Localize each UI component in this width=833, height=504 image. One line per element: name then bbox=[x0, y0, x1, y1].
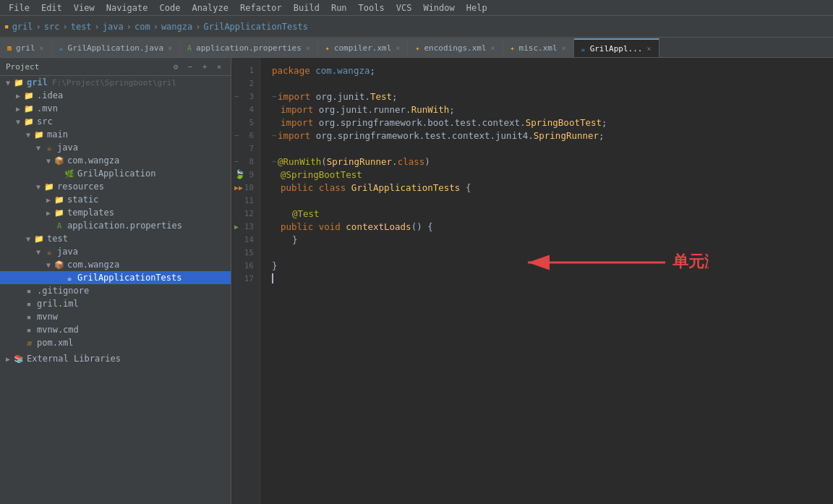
menu-build[interactable]: Build bbox=[288, 0, 325, 15]
line-num-5: 5 bbox=[231, 116, 260, 129]
tree-arrow-mvn[interactable]: ▶ bbox=[13, 105, 23, 113]
code-line-10: public class GrilApplicationTests { bbox=[272, 181, 821, 194]
kw-import-3: import bbox=[278, 91, 310, 102]
tree-arrow-test[interactable]: ▼ bbox=[23, 235, 33, 243]
menu-view[interactable]: View bbox=[68, 0, 101, 15]
tree-item-gril[interactable]: ▼ 📁 gril F:\Project\Springboot\gril bbox=[0, 76, 231, 89]
tree-item-resources[interactable]: ▼ 📁 resources bbox=[0, 180, 231, 193]
sidebar-close-btn[interactable]: × bbox=[213, 61, 225, 72]
tree-item-java[interactable]: ▼ ☕ java bbox=[0, 141, 231, 154]
tree-item-com-wangza[interactable]: ▼ 📦 com.wangza bbox=[0, 154, 231, 167]
tree-item-gitignore[interactable]: ▶ ▪ .gitignore bbox=[0, 284, 231, 297]
tree-item-templates[interactable]: ▶ 📁 templates bbox=[0, 206, 231, 219]
tree-item-external-libs[interactable]: ▶ 📚 External Libraries bbox=[0, 352, 231, 365]
tab-misc-xml[interactable]: ✦ misc.xml × bbox=[503, 38, 574, 57]
menu-vcs[interactable]: VCS bbox=[390, 0, 418, 15]
tab-close-appprops[interactable]: × bbox=[306, 44, 310, 52]
tab-close-grilapplication[interactable]: × bbox=[168, 44, 172, 52]
tab-encodings-xml[interactable]: ✦ encodings.xml × bbox=[408, 38, 503, 57]
tree-label-test-java: java bbox=[57, 247, 78, 257]
menu-code[interactable]: Code bbox=[154, 0, 187, 15]
editor[interactable]: 1 2 −3 4 5 −6 7 −8 🍃9 ▶▶10 11 12 ▶13 14 … bbox=[231, 58, 833, 504]
tree-arrow-resources[interactable]: ▼ bbox=[33, 183, 43, 191]
import-path-3: org.junit. bbox=[316, 91, 370, 102]
menu-help[interactable]: Help bbox=[461, 0, 493, 15]
semi1: ; bbox=[369, 65, 375, 76]
menu-run[interactable]: Run bbox=[325, 0, 353, 15]
tree-arrow-main[interactable]: ▼ bbox=[23, 131, 33, 139]
line-num-12: 12 bbox=[231, 207, 260, 220]
toolbar-breadcrumb: ▪ gril › src › test › java › com › wangz… bbox=[4, 22, 308, 32]
tab-close-tests[interactable]: × bbox=[646, 45, 651, 53]
tree-arrow-static[interactable]: ▶ bbox=[43, 196, 54, 204]
tab-grilapplicationtests[interactable]: ☕ GrilAppl... × bbox=[574, 38, 659, 57]
tab-close-misc[interactable]: × bbox=[562, 44, 566, 52]
tree-item-griliml[interactable]: ▶ ▪ gril.iml bbox=[0, 297, 231, 310]
tab-close-compiler[interactable]: × bbox=[396, 44, 400, 52]
fold-icon-8[interactable]: − bbox=[272, 158, 276, 166]
menu-window[interactable]: Window bbox=[417, 0, 460, 15]
dot-class-8: . bbox=[392, 156, 398, 167]
sidebar-expand-btn[interactable]: + bbox=[199, 61, 210, 72]
pkg-name: com.wangza bbox=[315, 65, 369, 76]
menu-tools[interactable]: Tools bbox=[353, 0, 390, 15]
breadcrumb-active-file[interactable]: GrilApplicationTests bbox=[203, 22, 308, 32]
fold-icon-6[interactable]: − bbox=[272, 132, 276, 140]
tab-close-gril[interactable]: × bbox=[40, 44, 44, 52]
sidebar-settings-btn[interactable]: ⚙ bbox=[170, 61, 181, 72]
breadcrumb-com[interactable]: com bbox=[134, 22, 150, 32]
breadcrumb-java[interactable]: java bbox=[103, 22, 124, 32]
tree-arrow-gril[interactable]: ▼ bbox=[3, 79, 13, 87]
tree-arrow-com-wangza[interactable]: ▼ bbox=[43, 157, 54, 165]
tree-item-static[interactable]: ▶ 📁 static bbox=[0, 193, 231, 206]
tree-arrow-test-java[interactable]: ▼ bbox=[33, 248, 43, 256]
sidebar-collapse-btn[interactable]: − bbox=[184, 61, 196, 72]
menu-navigate[interactable]: Navigate bbox=[101, 0, 154, 15]
tree-arrow-test-com-wangza[interactable]: ▼ bbox=[43, 261, 54, 269]
tree-item-appprops[interactable]: ▶ A application.properties bbox=[0, 219, 231, 232]
tree-item-grilapplication[interactable]: ▶ 🌿 GrilApplication bbox=[0, 167, 231, 180]
line-num-11: 11 bbox=[231, 194, 260, 207]
tree-arrow-templates[interactable]: ▶ bbox=[43, 209, 54, 217]
tab-gril[interactable]: m gril × bbox=[0, 38, 52, 57]
menu-refactor[interactable]: Refactor bbox=[234, 0, 288, 15]
tree-item-src[interactable]: ▼ 📁 src bbox=[0, 115, 231, 128]
tree-item-test-java[interactable]: ▼ ☕ java bbox=[0, 245, 231, 258]
menu-analyze[interactable]: Analyze bbox=[186, 0, 234, 15]
tree-item-test[interactable]: ▼ 📁 test bbox=[0, 232, 231, 245]
tree-arrow-java[interactable]: ▼ bbox=[33, 144, 43, 152]
tree-item-pomxml[interactable]: ▶ m pom.xml bbox=[0, 336, 231, 349]
tree-label-external-libs: External Libraries bbox=[27, 354, 121, 364]
tree-item-mvn[interactable]: ▶ 📁 .mvn bbox=[0, 102, 231, 115]
semi3: ; bbox=[392, 91, 398, 102]
tab-compiler-xml[interactable]: ✦ compiler.xml × bbox=[318, 38, 409, 57]
tree-arrow-src[interactable]: ▼ bbox=[13, 118, 23, 126]
menu-file[interactable]: File bbox=[3, 0, 35, 15]
code-content[interactable]: package com.wangza ; − import org.junit.… bbox=[260, 58, 833, 504]
tree-item-main[interactable]: ▼ 📁 main bbox=[0, 128, 231, 141]
code-line-4: import org.junit.runner. RunWith ; bbox=[272, 103, 821, 116]
file-icon-pomxml: m bbox=[23, 339, 35, 347]
tree-item-mvnw[interactable]: ▶ ▪ mvnw bbox=[0, 310, 231, 323]
tab-application-properties[interactable]: A application.properties × bbox=[180, 38, 318, 57]
tree-item-grilapplicationtests[interactable]: ▶ ☕ GrilApplicationTests bbox=[0, 271, 231, 284]
tree-arrow-idea[interactable]: ▶ bbox=[13, 92, 23, 100]
tree-item-idea[interactable]: ▶ 📁 .idea bbox=[0, 89, 231, 102]
tree-arrow-external-libs[interactable]: ▶ bbox=[3, 355, 13, 363]
tree-label-appprops: application.properties bbox=[67, 221, 182, 231]
tab-grilapplication[interactable]: ☕ GrilApplication.java × bbox=[52, 38, 181, 57]
tree-item-mvnwcmd[interactable]: ▶ ▪ mvnw.cmd bbox=[0, 323, 231, 336]
breadcrumb-src[interactable]: src bbox=[44, 22, 60, 32]
method-name-13: contextLoads bbox=[346, 221, 411, 232]
breadcrumb-gril[interactable]: gril bbox=[12, 22, 33, 32]
sidebar: Project ⚙ − + × ▼ 📁 gril F:\Project\Spri… bbox=[0, 58, 231, 504]
test-class-icon: ☕ bbox=[64, 273, 75, 283]
tree-item-test-com-wangza[interactable]: ▼ 📦 com.wangza bbox=[0, 258, 231, 271]
tab-close-encodings[interactable]: × bbox=[491, 44, 495, 52]
fold-icon-3[interactable]: − bbox=[272, 93, 276, 101]
folder-icon-static: 📁 bbox=[54, 195, 65, 205]
breadcrumb-test[interactable]: test bbox=[71, 22, 92, 32]
breadcrumb-wangza[interactable]: wangza bbox=[161, 22, 192, 32]
menu-edit[interactable]: Edit bbox=[35, 0, 68, 15]
folder-icon-java: ☕ bbox=[43, 143, 55, 153]
